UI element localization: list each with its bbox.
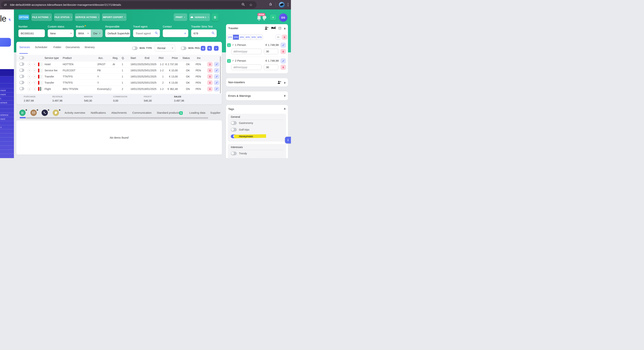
sidebar-item[interactable]: nent (0, 117, 14, 121)
traveler-dob-input[interactable] (231, 49, 262, 54)
tab-standard-products[interactable]: Standard products (157, 111, 180, 114)
browser-menu-icon[interactable] (288, 3, 288, 6)
browser-profile-avatar[interactable] (279, 2, 284, 8)
tab-documents[interactable]: Documents (66, 46, 80, 49)
sidebar-item[interactable] (0, 109, 14, 113)
collapse-traveler-icon[interactable]: ∧ (284, 27, 286, 30)
golf-trips-toggle[interactable] (231, 128, 237, 131)
select-all-toggle[interactable] (19, 56, 24, 59)
print-menu[interactable]: PRINT▼ (174, 13, 187, 21)
sidebar-item[interactable]: ment (0, 88, 14, 92)
sidebar-item[interactable] (0, 129, 14, 133)
traveler-dob-input[interactable] (231, 64, 262, 70)
pk-option-5[interactable]: 5PK (251, 35, 257, 40)
edit-service-button[interactable] (214, 80, 219, 85)
delete-service-button[interactable] (207, 80, 213, 85)
delete-traveler-button[interactable] (280, 49, 286, 54)
travel-agent-field[interactable] (133, 29, 160, 37)
import-export-menu[interactable]: IMPORT/ EXPORT▼ (102, 13, 126, 21)
sidebar-item[interactable] (0, 133, 14, 137)
gastronomy-toggle[interactable] (231, 121, 237, 125)
pk-option-6[interactable]: 6PK (257, 35, 263, 40)
search-icon[interactable] (155, 31, 158, 35)
add-contact-icon[interactable]: + (184, 31, 186, 35)
edit-traveler-button[interactable] (280, 58, 286, 64)
sidebar-item[interactable] (0, 121, 14, 125)
sidebar-item[interactable]: s (0, 125, 14, 129)
pk-option-3[interactable]: 3PK (239, 35, 245, 40)
sidebar-item[interactable] (0, 76, 14, 83)
sidebar-item[interactable] (0, 145, 14, 149)
pk-option-4[interactable]: 4PK (245, 35, 251, 40)
note-channel-tab[interactable]: + (53, 110, 59, 116)
add-traveler-icon[interactable] (264, 26, 268, 31)
sidebar-primary-button[interactable] (0, 38, 11, 47)
site-settings-icon[interactable] (3, 3, 8, 7)
sidebar-item[interactable]: ment (0, 92, 14, 96)
sidebar-item[interactable]: erience (0, 113, 14, 117)
travel-agent-input[interactable] (136, 32, 155, 35)
man-pkg-toggle[interactable] (181, 47, 186, 50)
tab-attachments[interactable]: Attachments (111, 111, 127, 114)
pk-option-2[interactable]: 2PK (233, 35, 239, 40)
branch-owner-select[interactable]: Ow∨ (91, 29, 102, 37)
info-button[interactable]: i (285, 137, 291, 143)
sidebar-item[interactable] (0, 154, 14, 158)
move-down-button[interactable]: ∨ (33, 87, 36, 91)
traveler-input[interactable] (194, 32, 212, 35)
trendy-toggle[interactable] (231, 152, 237, 155)
u-button[interactable]: U (201, 46, 206, 51)
save-button[interactable] (212, 13, 218, 21)
custom-status-select[interactable]: New∨ (48, 29, 74, 37)
sidebar-item[interactable] (0, 137, 14, 141)
traveler-search-field[interactable] (191, 29, 217, 37)
tab-notifications[interactable]: Notifications (91, 111, 106, 114)
row-toggle[interactable] (19, 69, 24, 72)
edit-service-button[interactable] (214, 87, 219, 91)
expand-icon[interactable] (278, 27, 281, 30)
tab-activity-overview[interactable]: Activity overview (64, 111, 85, 114)
tab-services[interactable]: Services (19, 46, 30, 49)
contact-field[interactable]: + (163, 29, 188, 37)
activity-channel-tab[interactable]: + (19, 110, 26, 116)
phone-channel-tab[interactable]: + (42, 110, 48, 116)
expand-errors-icon[interactable]: ∨ (284, 94, 286, 97)
service-actions-menu[interactable]: SERVICE ACTIONS▼ (75, 13, 100, 21)
search-icon[interactable] (212, 31, 215, 35)
zoom-out-icon[interactable] (242, 3, 245, 7)
add-room-icon[interactable] (271, 26, 276, 31)
sidebar-item[interactable] (0, 149, 14, 154)
unpin-sidebar-icon[interactable] (8, 18, 11, 22)
move-down-button[interactable]: ∨ (33, 62, 36, 66)
address-bar[interactable]: tide-default3468-acceptance.tidesoftware… (1, 1, 256, 8)
move-down-button[interactable]: ∨ (33, 69, 36, 72)
delete-service-button[interactable] (207, 87, 213, 91)
expand-non-travelers-icon[interactable]: ∨ (284, 81, 286, 84)
sidebar-item[interactable] (0, 83, 14, 88)
move-up-button[interactable]: ∧ (28, 75, 31, 79)
tab-scheduler[interactable]: Scheduler (35, 46, 48, 49)
add-dossier-button[interactable]: + (270, 15, 276, 20)
row-toggle[interactable] (19, 87, 24, 90)
edit-service-button[interactable] (214, 68, 219, 73)
version-menu[interactable]: VERSION 1▼ (189, 13, 210, 21)
man-type-toggle[interactable] (132, 47, 138, 50)
table-vertical-scrollbar[interactable] (220, 56, 221, 93)
option-button[interactable]: OPTION (18, 15, 29, 20)
row-toggle[interactable] (19, 62, 24, 66)
sidebar-item[interactable] (0, 141, 14, 145)
delete-service-button[interactable] (207, 68, 213, 73)
file-actions-menu[interactable]: FILE ACTIONS▼ (31, 13, 52, 21)
move-up-button[interactable]: ∧ (28, 87, 31, 91)
move-up-button[interactable]: ∧ (28, 81, 31, 85)
horizontal-scrollbar[interactable] (26, 117, 208, 119)
tab-itinerary[interactable]: Itinerary (84, 46, 94, 49)
add-non-traveler-icon[interactable] (278, 81, 281, 85)
email-channel-tab[interactable]: + (30, 110, 37, 116)
extensions-puzzle-icon[interactable] (269, 3, 272, 7)
edit-traveler-button[interactable] (280, 43, 286, 48)
bookmark-star-icon[interactable]: ☆ (249, 3, 252, 7)
edit-service-button[interactable] (214, 62, 219, 67)
branch-select[interactable]: BRA∨ (76, 29, 91, 37)
number-input[interactable] (18, 29, 45, 37)
